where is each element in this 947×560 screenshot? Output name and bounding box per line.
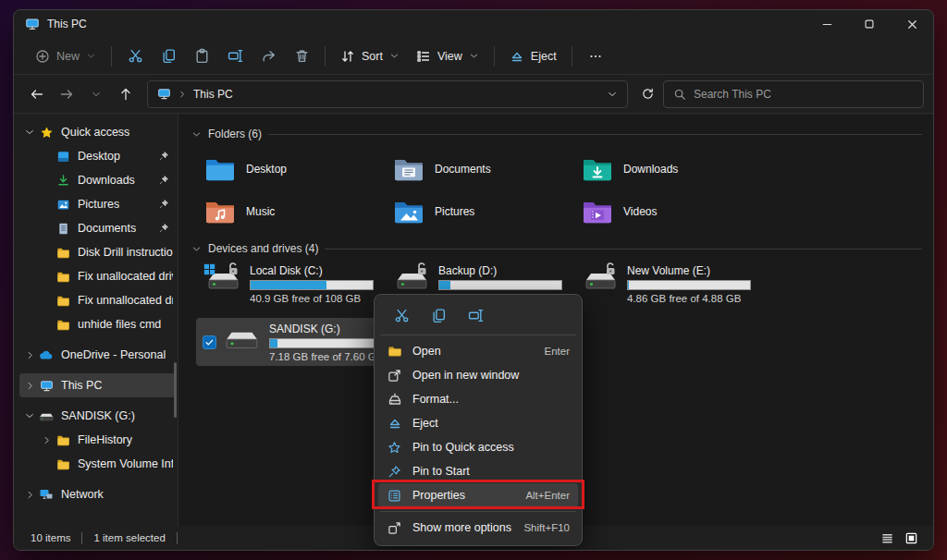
sort-button[interactable]: Sort [332,44,408,68]
navigation-bar: This PC [14,75,933,114]
folder-tile-documents[interactable]: Documents [393,148,582,190]
chevron-right-icon[interactable] [38,435,55,445]
folder-tile-desktop[interactable]: Desktop [204,148,393,190]
minimize-button[interactable] [806,10,848,38]
onedrive-cloud-icon [38,347,55,362]
sidebar-item-unhide-files-cmd[interactable]: unhide files cmd [36,312,175,336]
folder-icon [582,199,613,225]
folders-section-label: Folders (6) [208,128,262,140]
menu-item-properties[interactable]: Properties Alt+Enter [378,483,578,507]
folders-section-header[interactable]: Folders (6) [191,124,922,144]
sidebar-item-downloads[interactable]: Downloads [36,168,175,192]
sidebar-item-label: Fix unallocated drive disk mar [78,270,173,283]
chevron-down-icon[interactable] [21,127,38,138]
large-icons-view-button[interactable] [902,530,920,546]
usb-drive-icon [222,323,261,361]
eject-button[interactable]: Eject [501,44,565,68]
chevron-down-icon[interactable] [191,129,202,140]
copy-button[interactable] [152,43,185,70]
view-button[interactable]: View [408,44,487,68]
chevron-right-icon[interactable] [21,381,38,391]
drive-tile-sandisk-g-selected[interactable]: SANDISK (G:) 7.18 GB free of 7.60 GB [196,318,383,366]
chevron-down-icon[interactable] [191,244,202,254]
capacity-bar [438,280,562,290]
cut-button[interactable] [386,302,417,328]
sidebar-item-fix-unallocated-drive-disk[interactable]: Fix unallocated drive disk mar [36,264,175,288]
sidebar-item-this-pc[interactable]: This PC [19,373,175,397]
address-bar[interactable]: This PC [147,80,628,108]
sidebar-item-sandisk[interactable]: SANDISK (G:) [19,404,175,428]
sidebar-item-label: OneDrive - Personal [61,348,166,361]
sidebar-item-documents[interactable]: Documents [36,216,175,240]
rename-button[interactable] [460,302,491,328]
folder-icon [55,433,71,447]
star-icon [38,126,55,140]
menu-item-pin-to-quick-access[interactable]: Pin to Quick access [378,435,578,459]
paste-button[interactable] [185,43,218,70]
rename-button[interactable] [218,43,252,70]
see-more-button[interactable] [579,43,612,70]
folder-tile-downloads[interactable]: Downloads [582,148,770,190]
view-button-label: View [437,50,462,63]
drive-free-space: 40.9 GB free of 108 GB [250,293,374,304]
chevron-right-icon[interactable] [21,350,38,360]
menu-item-format[interactable]: Format... [378,387,578,411]
sidebar-item-onedrive[interactable]: OneDrive - Personal [19,343,175,367]
chevron-right-icon[interactable] [21,490,38,500]
folder-icon [204,156,236,182]
chevron-down-icon[interactable] [21,410,38,421]
sidebar-item-system-volume-information[interactable]: System Volume Information [36,452,175,476]
sidebar-scrollbar[interactable] [174,362,177,418]
selection-checkbox[interactable] [203,335,216,349]
sidebar-item-disk-drill-instructions[interactable]: Disk Drill instructions [36,240,175,264]
back-button[interactable] [23,80,51,108]
breadcrumb[interactable]: This PC [193,88,233,101]
drive-tile-new-volume-e[interactable]: New Volume (E:) 4.86 GB free of 4.88 GB [582,264,770,310]
toolbar-separator [325,46,326,67]
menu-item-pin-to-start[interactable]: Pin to Start [378,459,578,483]
recent-locations-button[interactable] [82,80,110,108]
toolbar-separator [111,46,112,67]
sidebar-item-label: SANDISK (G:) [61,409,135,422]
menu-item-open-in-new-window[interactable]: Open in new window [378,363,578,387]
sidebar-item-quick-access[interactable]: Quick access [19,120,175,144]
menu-item-open[interactable]: Open Enter [378,339,578,363]
sidebar-item-desktop[interactable]: Desktop [36,144,175,168]
delete-button[interactable] [285,43,318,70]
drives-section-header[interactable]: Devices and drives (4) [191,238,922,259]
refresh-button[interactable] [633,80,661,108]
status-divider [81,532,82,544]
plus-circle-icon [35,49,50,64]
section-divider [268,134,922,135]
maximize-button[interactable] [848,10,891,38]
folder-tile-music[interactable]: Music [204,190,393,233]
folder-name: Documents [435,163,491,176]
pin-icon [158,175,173,186]
new-button[interactable]: New [27,44,105,68]
details-view-button[interactable] [878,530,896,546]
folder-tile-videos[interactable]: Videos [582,190,770,233]
menu-item-show-more-options[interactable]: Show more options Shift+F10 [378,516,578,540]
forward-button[interactable] [53,80,80,108]
sidebar-item-filehistory[interactable]: FileHistory [36,428,175,452]
address-dropdown-icon[interactable] [607,89,618,100]
sidebar-item-pictures[interactable]: Pictures [36,192,175,216]
share-button[interactable] [252,43,285,70]
up-button[interactable] [112,80,140,108]
menu-item-eject[interactable]: Eject [378,411,578,435]
cut-button[interactable] [118,43,152,70]
sidebar-item-network[interactable]: Network [19,482,175,506]
properties-icon [387,489,402,503]
copy-button[interactable] [423,302,454,328]
close-button[interactable] [891,10,933,38]
folder-name: Pictures [435,205,474,218]
search-box[interactable] [663,80,924,108]
folders-grid: Desktop Documents Downloads [204,148,922,233]
menu-shortcut: Shift+F10 [523,522,570,533]
download-icon [55,174,71,188]
drive-tile-local-disk-c[interactable]: Local Disk (C:) 40.9 GB free of 108 GB [204,264,393,310]
capacity-bar [627,280,751,290]
sidebar-item-fix-unallocated-drive-cmd[interactable]: Fix unnallocated drive cmd [36,288,175,312]
folder-tile-pictures[interactable]: Pictures [393,190,582,233]
search-input[interactable] [694,88,914,101]
